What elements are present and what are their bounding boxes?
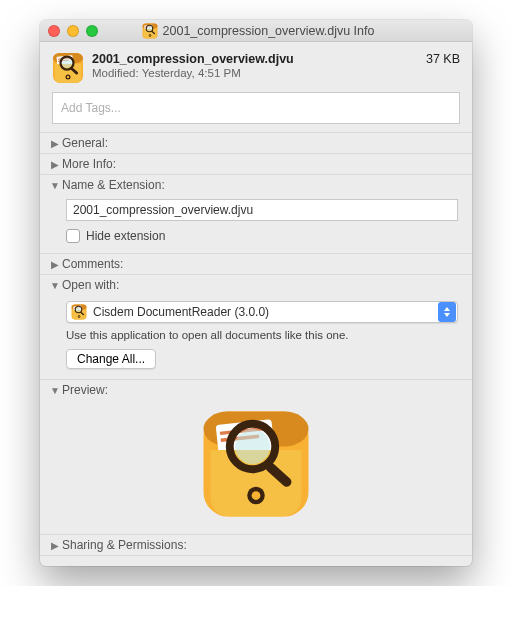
hide-extension-checkbox[interactable] (66, 229, 80, 243)
minimize-icon[interactable] (67, 25, 79, 37)
filename-input[interactable] (66, 199, 458, 221)
section-preview[interactable]: ▼ Preview: (40, 379, 472, 400)
change-all-button[interactable]: Change All... (66, 349, 156, 369)
chevron-right-icon: ▶ (50, 159, 60, 170)
preview-icon (200, 408, 312, 520)
open-with-body: Cisdem DocumentReader (3.0.0) Use this a… (40, 295, 472, 379)
file-header: 2001_compression_overview.djvu Modified:… (40, 42, 472, 92)
hide-extension-row[interactable]: Hide extension (66, 229, 458, 243)
chevron-right-icon: ▶ (50, 540, 60, 551)
section-comments[interactable]: ▶ Comments: (40, 253, 472, 274)
document-icon (142, 23, 158, 39)
section-open-with[interactable]: ▼ Open with: (40, 274, 472, 295)
tags-input[interactable] (52, 92, 460, 124)
chevron-down-icon: ▼ (50, 280, 60, 291)
name-extension-body: Hide extension (40, 195, 472, 253)
section-name-extension[interactable]: ▼ Name & Extension: (40, 174, 472, 195)
zoom-icon[interactable] (86, 25, 98, 37)
file-icon (52, 52, 84, 84)
dropdown-arrows-icon (438, 302, 456, 322)
app-icon (71, 304, 87, 320)
window-title: 2001_compression_overview.djvu Info (40, 23, 472, 39)
open-with-help: Use this application to open all documen… (66, 329, 458, 341)
modified-label: Modified: Yesterday, 4:51 PM (92, 67, 418, 79)
section-general[interactable]: ▶ General: (40, 132, 472, 153)
preview-body (40, 400, 472, 534)
window-controls (48, 25, 98, 37)
info-window: 2001_compression_overview.djvu Info 2001… (40, 20, 472, 566)
chevron-right-icon: ▶ (50, 138, 60, 149)
filesize-label: 37 KB (426, 52, 460, 66)
chevron-right-icon: ▶ (50, 259, 60, 270)
open-with-app-label: Cisdem DocumentReader (3.0.0) (87, 305, 438, 319)
open-with-dropdown[interactable]: Cisdem DocumentReader (3.0.0) (66, 301, 458, 323)
hide-extension-label: Hide extension (86, 229, 165, 243)
titlebar[interactable]: 2001_compression_overview.djvu Info (40, 20, 472, 42)
section-sharing[interactable]: ▶ Sharing & Permissions: (40, 534, 472, 556)
filename-label: 2001_compression_overview.djvu (92, 52, 418, 66)
chevron-down-icon: ▼ (50, 180, 60, 191)
chevron-down-icon: ▼ (50, 385, 60, 396)
section-more-info[interactable]: ▶ More Info: (40, 153, 472, 174)
close-icon[interactable] (48, 25, 60, 37)
